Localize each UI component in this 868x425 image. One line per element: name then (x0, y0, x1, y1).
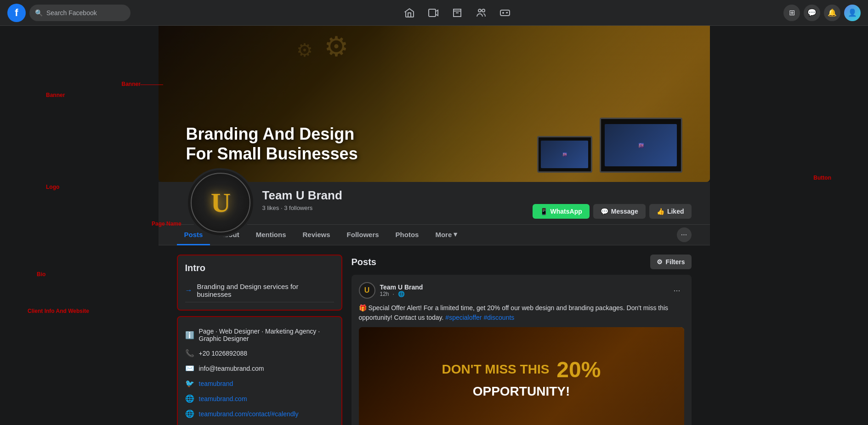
svg-rect-3 (500, 10, 510, 16)
arrow-right-icon: → (185, 286, 193, 295)
info-row-page-type: ℹ️ Page · Web Designer · Marketing Agenc… (185, 324, 334, 346)
cover-title: Branding And Design For Small Businesses (186, 124, 358, 164)
svg-point-2 (482, 9, 485, 12)
post-img-pct: 20% (556, 357, 601, 382)
tab-more[interactable]: More ▾ (428, 225, 465, 245)
info-icon: ℹ️ (185, 331, 194, 340)
nav-messenger-button[interactable]: 💬 (804, 5, 820, 21)
privacy-icon: 🌐 (398, 291, 405, 297)
main-content: Intro → Branding and Design services for… (159, 245, 710, 425)
liked-button[interactable]: 👍 Liked (649, 204, 692, 219)
post-author: U Team U Brand 12h · 🌐 (359, 282, 423, 299)
tab-reviews[interactable]: Reviews (295, 225, 338, 245)
nav-marketplace-button[interactable] (446, 3, 468, 23)
search-icon: 🔍 (35, 9, 43, 17)
post-img-text-1: DON'T MISS THIS (442, 362, 550, 377)
profile-left: U Team U Brand 3 likes · 3 followers (177, 182, 342, 224)
left-column: Intro → Branding and Design services for… (177, 255, 342, 425)
profile-avatar: U (186, 168, 255, 237)
post-hashtags[interactable]: #specialoffer #discounts (445, 314, 514, 321)
post-options-button[interactable]: ··· (669, 284, 684, 297)
globe-icon-2: 🌐 (185, 409, 194, 418)
calendly-link[interactable]: teamubrand.com/contact/#calendly (199, 410, 299, 418)
whatsapp-button[interactable]: 📱 WhatsApp (533, 204, 590, 219)
posts-header: Posts ⚙ Filters (352, 255, 692, 269)
info-row-rating: ☆ Not yet rated (0 Reviews) ℹ (185, 421, 334, 425)
info-row-twitter[interactable]: 🐦 teamubrand (185, 376, 334, 391)
tab-followers[interactable]: Followers (340, 225, 386, 245)
search-box[interactable]: 🔍 (29, 5, 130, 21)
message-button[interactable]: 💬 Message (593, 204, 646, 219)
top-navigation: f 🔍 ⊞ 💬 (0, 0, 868, 26)
svg-rect-0 (429, 9, 436, 17)
intro-card: Intro → Branding and Design services for… (177, 255, 342, 311)
nav-home-button[interactable] (398, 3, 420, 23)
tabs-more-area: ··· (677, 227, 692, 242)
svg-point-1 (478, 9, 481, 12)
cover-image: 🌆 🌆 ⚙ ⚙ Branding And Design For Small Bu… (159, 26, 710, 182)
info-row-phone: 📞 +20 1026892088 (185, 346, 334, 361)
nav-video-button[interactable] (422, 3, 444, 23)
website-link[interactable]: teamubrand.com (199, 395, 247, 402)
nav-left: f 🔍 (7, 4, 130, 22)
intro-bio: → Branding and Design services for busin… (185, 279, 334, 302)
intro-bio-text: Branding and Design services for busines… (197, 283, 334, 298)
post-card: U Team U Brand 12h · 🌐 ·· (352, 275, 692, 425)
sliders-icon: ⚙ (657, 258, 663, 266)
nav-right-icons: ⊞ 💬 🔔 👤 (783, 5, 861, 21)
profile-info: Team U Brand 3 likes · 3 followers (262, 188, 342, 219)
post-author-avatar: U (359, 282, 375, 299)
profile-buttons: 📱 WhatsApp 💬 Message 👍 Liked (533, 204, 692, 224)
whatsapp-icon: 📱 (540, 208, 548, 215)
right-column: Posts ⚙ Filters U Team U (352, 255, 692, 425)
nav-friends-button[interactable] (470, 3, 492, 23)
info-card: ℹ️ Page · Web Designer · Marketing Agenc… (177, 316, 342, 425)
mail-icon: ✉️ (185, 364, 194, 373)
post-text: 🎁 Special Offer Alert! For a limited tim… (359, 303, 684, 323)
nav-grid-button[interactable]: ⊞ (783, 5, 800, 21)
post-author-name[interactable]: Team U Brand (380, 283, 423, 291)
profile-stats: 3 likes · 3 followers (262, 204, 342, 211)
chevron-down-icon: ▾ (454, 230, 457, 238)
facebook-logo[interactable]: f (7, 4, 26, 22)
twitter-link[interactable]: teamubrand (199, 380, 233, 387)
post-header: U Team U Brand 12h · 🌐 ·· (359, 282, 684, 299)
posts-heading: Posts (352, 257, 376, 267)
logo-letter: U (211, 187, 230, 219)
search-input[interactable] (46, 9, 125, 17)
post-meta: 12h · 🌐 (380, 291, 423, 297)
filters-button[interactable]: ⚙ Filters (650, 255, 691, 269)
info-row-website[interactable]: 🌐 teamubrand.com (185, 391, 334, 406)
phone-icon: 📞 (185, 349, 194, 357)
message-icon: 💬 (601, 208, 608, 215)
nav-gaming-button[interactable] (494, 3, 516, 23)
nav-notifications-button[interactable]: 🔔 (824, 5, 840, 21)
thumbs-up-icon: 👍 (657, 208, 664, 215)
nav-profile-avatar[interactable]: 👤 (844, 5, 861, 21)
post-image: DON'T MISS THIS 20% OPPORTUNITY! (359, 327, 684, 425)
post-img-text-2: OPPORTUNITY! (473, 384, 570, 399)
globe-icon-1: 🌐 (185, 394, 194, 403)
intro-heading: Intro (185, 263, 334, 273)
profile-section: U Team U Brand 3 likes · 3 followers 📱 W… (159, 182, 710, 225)
post-author-info: Team U Brand 12h · 🌐 (380, 283, 423, 297)
tabs-options-button[interactable]: ··· (677, 227, 692, 242)
info-row-calendly[interactable]: 🌐 teamubrand.com/contact/#calendly (185, 406, 334, 421)
tab-mentions[interactable]: Mentions (249, 225, 294, 245)
annotation-banner: Banner (122, 81, 141, 87)
tab-photos[interactable]: Photos (388, 225, 426, 245)
nav-center-icons (398, 3, 516, 23)
twitter-icon: 🐦 (185, 379, 194, 388)
info-row-email: ✉️ info@teamubrand.com (185, 361, 334, 376)
profile-name: Team U Brand (262, 188, 342, 203)
